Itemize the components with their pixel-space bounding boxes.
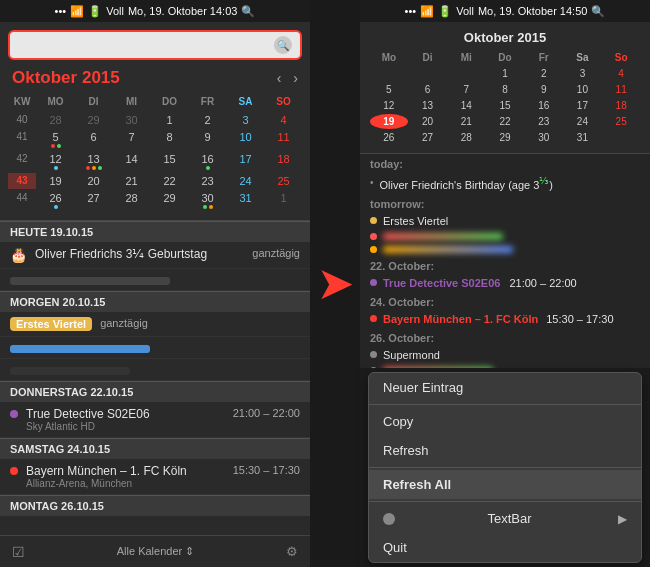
next-month-button[interactable]: ›: [293, 70, 298, 86]
mini-day-20[interactable]: 20: [409, 114, 447, 129]
day-13[interactable]: 13: [75, 151, 112, 172]
mini-day-19-today[interactable]: 19: [370, 114, 408, 129]
erstes-viertel-event[interactable]: Erstes Viertel ganztägig: [0, 312, 310, 337]
blurred-bar-1: [383, 233, 503, 240]
day-2[interactable]: 2: [189, 112, 226, 128]
day-19-today[interactable]: 19: [37, 173, 74, 189]
bayern-event[interactable]: Bayern München – 1. FC Köln Allianz-Aren…: [0, 459, 310, 495]
day-26[interactable]: 26: [37, 190, 74, 211]
status-date: Mo, 19. Oktober 14:03: [128, 5, 237, 17]
mini-day-26[interactable]: 26: [370, 130, 408, 145]
day-31[interactable]: 31: [227, 190, 264, 211]
checkbox-icon[interactable]: ☑: [12, 544, 25, 560]
mini-day-21[interactable]: 21: [447, 114, 485, 129]
search-input[interactable]: [18, 38, 274, 53]
day-7[interactable]: 7: [113, 129, 150, 150]
day-22[interactable]: 22: [151, 173, 188, 189]
mini-day-27[interactable]: 27: [409, 130, 447, 145]
oct26-blurred: [360, 364, 650, 368]
mini-day-3[interactable]: 3: [564, 66, 602, 81]
quit-menu-item[interactable]: Quit: [369, 533, 641, 562]
oliver-birthday-popup: • Oliver Friedrich's Birthday (age 3⅓): [360, 172, 650, 194]
mini-day-10[interactable]: 10: [564, 82, 602, 97]
day-18[interactable]: 18: [265, 151, 302, 172]
new-entry-menu-item[interactable]: Neuer Eintrag: [369, 373, 641, 402]
day-9[interactable]: 9: [189, 129, 226, 150]
day-30-prev[interactable]: 30: [113, 112, 150, 128]
day-16[interactable]: 16: [189, 151, 226, 172]
day-21[interactable]: 21: [113, 173, 150, 189]
search-submit-icon[interactable]: 🔍: [274, 36, 292, 54]
search-icon[interactable]: 🔍: [241, 5, 255, 18]
mini-day-6[interactable]: 6: [409, 82, 447, 97]
day-20[interactable]: 20: [75, 173, 112, 189]
mini-day-22[interactable]: 22: [486, 114, 524, 129]
bayern-popup-dot: [370, 315, 377, 322]
mini-wed-hdr: Mi: [447, 50, 485, 65]
day-5[interactable]: 5: [37, 129, 74, 150]
mini-day-11[interactable]: 11: [602, 82, 640, 97]
right-search-icon[interactable]: 🔍: [591, 5, 605, 18]
birthday-event[interactable]: 🎂 Oliver Friedrichs 3⅟₄ Geburtstag ganzt…: [0, 242, 310, 269]
mini-day-15[interactable]: 15: [486, 98, 524, 113]
mini-day-18[interactable]: 18: [602, 98, 640, 113]
day-29-prev[interactable]: 29: [75, 112, 112, 128]
mini-day-29[interactable]: 29: [486, 130, 524, 145]
day-4[interactable]: 4: [265, 112, 302, 128]
mini-day-13[interactable]: 13: [409, 98, 447, 113]
day-15[interactable]: 15: [151, 151, 188, 172]
day-8[interactable]: 8: [151, 129, 188, 150]
mini-day-14[interactable]: 14: [447, 98, 485, 113]
mini-day-12[interactable]: 12: [370, 98, 408, 113]
refresh-menu-item[interactable]: Refresh: [369, 436, 641, 465]
day-30[interactable]: 30: [189, 190, 226, 211]
day-17[interactable]: 17: [227, 151, 264, 172]
mini-day-8[interactable]: 8: [486, 82, 524, 97]
month-title: Oktober 2015: [12, 68, 120, 88]
day-29[interactable]: 29: [151, 190, 188, 211]
mini-day-24[interactable]: 24: [564, 114, 602, 129]
mini-day-1[interactable]: 1: [486, 66, 524, 81]
mini-day-31[interactable]: 31: [564, 130, 602, 145]
textbar-menu-item[interactable]: TextBar ▶: [369, 504, 641, 533]
mini-day-23[interactable]: 23: [525, 114, 563, 129]
right-battery-label: Voll: [456, 5, 474, 17]
copy-menu-item[interactable]: Copy: [369, 407, 641, 436]
week-42-row: 42 12 13 14 15 16 17 18: [8, 151, 302, 172]
mini-day-28[interactable]: 28: [447, 130, 485, 145]
day-28[interactable]: 28: [113, 190, 150, 211]
mini-day-7[interactable]: 7: [447, 82, 485, 97]
prev-month-button[interactable]: ‹: [277, 70, 282, 86]
day-14[interactable]: 14: [113, 151, 150, 172]
day-28-prev[interactable]: 28: [37, 112, 74, 128]
mini-day-4[interactable]: 4: [602, 66, 640, 81]
day-23[interactable]: 23: [189, 173, 226, 189]
day-1-next[interactable]: 1: [265, 190, 302, 211]
mini-day-5[interactable]: 5: [370, 82, 408, 97]
refresh-all-menu-item[interactable]: Refresh All: [369, 470, 641, 499]
day-1[interactable]: 1: [151, 112, 188, 128]
mini-day-9[interactable]: 9: [525, 82, 563, 97]
day-12[interactable]: 12: [37, 151, 74, 172]
mini-day-25[interactable]: 25: [602, 114, 640, 129]
day-24[interactable]: 24: [227, 173, 264, 189]
true-detective-event[interactable]: True Detective S02E06 Sky Atlantic HD 21…: [0, 402, 310, 438]
mini-day-2[interactable]: 2: [525, 66, 563, 81]
day-6[interactable]: 6: [75, 129, 112, 150]
day-10[interactable]: 10: [227, 129, 264, 150]
gear-icon[interactable]: ⚙: [286, 544, 298, 559]
battery-icon: 🔋: [88, 5, 102, 18]
day-25[interactable]: 25: [265, 173, 302, 189]
menu-separator-1: [369, 404, 641, 405]
day-27[interactable]: 27: [75, 190, 112, 211]
calendar-selector[interactable]: Alle Kalender ⇕: [117, 545, 195, 558]
mini-day-30[interactable]: 30: [525, 130, 563, 145]
mini-day-16[interactable]: 16: [525, 98, 563, 113]
morgen-header: MORGEN 20.10.15: [0, 291, 310, 312]
kw-header: KW: [8, 94, 36, 109]
bayern-info: Bayern München – 1. FC Köln Allianz-Aren…: [26, 464, 225, 489]
search-bar[interactable]: 🔍: [8, 30, 302, 60]
mini-day-17[interactable]: 17: [564, 98, 602, 113]
day-3[interactable]: 3: [227, 112, 264, 128]
day-11[interactable]: 11: [265, 129, 302, 150]
